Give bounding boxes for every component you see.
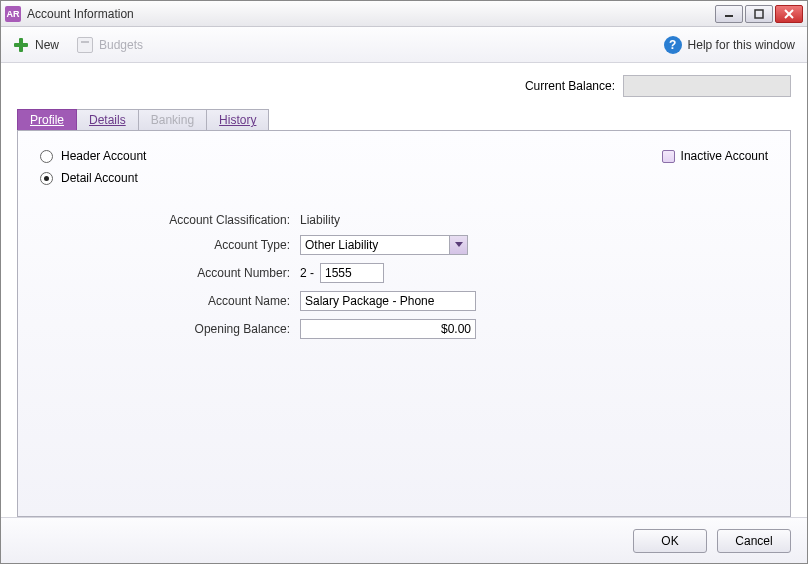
help-icon: ? <box>664 36 682 54</box>
ok-button[interactable]: OK <box>633 529 707 553</box>
chevron-down-icon <box>449 236 467 254</box>
titlebar: AR Account Information <box>1 1 807 27</box>
tabs: Profile Details Banking History <box>17 109 791 130</box>
tab-profile[interactable]: Profile <box>17 109 77 130</box>
svg-rect-1 <box>755 10 763 18</box>
help-link[interactable]: ? Help for this window <box>664 36 795 54</box>
tab-banking: Banking <box>138 109 207 130</box>
minimize-button[interactable] <box>715 5 743 23</box>
header-account-label: Header Account <box>61 149 146 163</box>
tab-history[interactable]: History <box>206 109 269 130</box>
app-icon: AR <box>5 6 21 22</box>
budgets-label: Budgets <box>99 38 143 52</box>
inactive-account-row: Inactive Account <box>662 149 768 163</box>
balance-display <box>623 75 791 97</box>
classification-value: Liability <box>300 213 340 227</box>
footer: OK Cancel <box>1 517 807 563</box>
plus-icon <box>13 37 29 53</box>
detail-account-radio[interactable]: Detail Account <box>40 171 768 185</box>
balance-label: Current Balance: <box>525 79 615 93</box>
window-controls <box>715 5 803 23</box>
opening-balance-label: Opening Balance: <box>100 322 300 336</box>
tab-details[interactable]: Details <box>76 109 139 130</box>
new-label: New <box>35 38 59 52</box>
radio-icon <box>40 150 53 163</box>
toolbar: New Budgets ? Help for this window <box>1 27 807 63</box>
balance-row: Current Balance: <box>17 75 791 97</box>
account-name-input[interactable] <box>300 291 476 311</box>
account-kind-group: Header Account Detail Account <box>40 149 768 185</box>
new-button[interactable]: New <box>13 37 59 53</box>
opening-balance-input[interactable] <box>300 319 476 339</box>
help-label: Help for this window <box>688 38 795 52</box>
account-number-input[interactable] <box>320 263 384 283</box>
account-type-value: Other Liability <box>305 238 378 252</box>
account-number-prefix: 2 - <box>300 266 314 280</box>
close-button[interactable] <box>775 5 803 23</box>
account-name-label: Account Name: <box>100 294 300 308</box>
header-account-radio[interactable]: Header Account <box>40 149 768 163</box>
account-type-label: Account Type: <box>100 238 300 252</box>
inactive-label: Inactive Account <box>681 149 768 163</box>
cancel-button[interactable]: Cancel <box>717 529 791 553</box>
profile-panel: Header Account Detail Account Inactive A… <box>17 130 791 517</box>
form-rows: Account Classification: Liability Accoun… <box>100 213 768 339</box>
svg-marker-4 <box>455 242 463 247</box>
detail-account-label: Detail Account <box>61 171 138 185</box>
budget-icon <box>77 37 93 53</box>
window-title: Account Information <box>27 7 715 21</box>
classification-label: Account Classification: <box>100 213 300 227</box>
maximize-button[interactable] <box>745 5 773 23</box>
account-number-label: Account Number: <box>100 266 300 280</box>
content-area: Current Balance: Profile Details Banking… <box>1 63 807 517</box>
budgets-button: Budgets <box>77 37 143 53</box>
account-type-dropdown[interactable]: Other Liability <box>300 235 468 255</box>
radio-icon <box>40 172 53 185</box>
inactive-checkbox[interactable] <box>662 150 675 163</box>
